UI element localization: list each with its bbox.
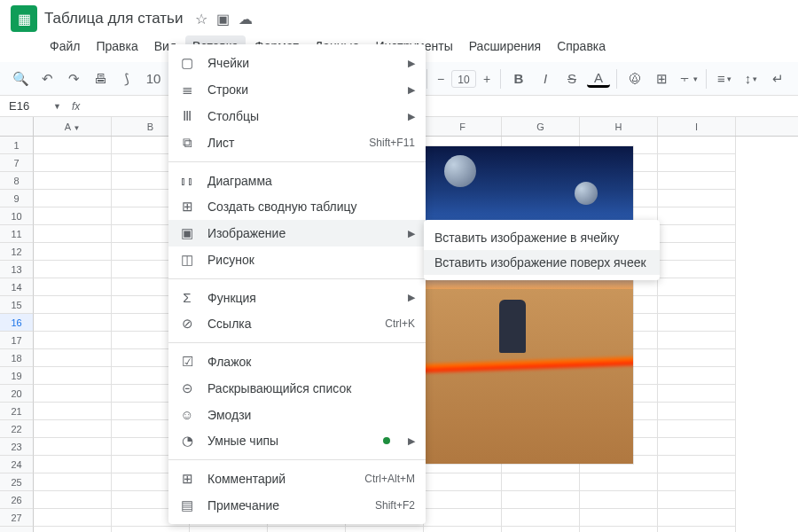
cell[interactable] — [658, 349, 736, 367]
row-header[interactable]: 1 — [0, 137, 34, 154]
text-color-icon[interactable]: A — [587, 70, 610, 88]
move-icon[interactable]: ▣ — [216, 11, 230, 27]
row-header[interactable]: 17 — [0, 332, 34, 349]
cell[interactable] — [34, 243, 112, 261]
row-header[interactable]: 25 — [0, 473, 34, 491]
cell[interactable] — [658, 261, 736, 278]
redo-icon[interactable]: ↷ — [62, 67, 85, 90]
cell[interactable] — [34, 509, 112, 527]
cell[interactable] — [658, 491, 736, 509]
cloud-icon[interactable]: ☁ — [239, 11, 253, 27]
menu-item[interactable]: ▤ПримечаниеShift+F2 — [168, 492, 426, 519]
cell[interactable] — [34, 137, 112, 154]
cell[interactable] — [658, 456, 736, 473]
cell[interactable] — [34, 278, 112, 296]
cell[interactable] — [580, 473, 658, 491]
cell[interactable] — [658, 473, 736, 491]
cell[interactable] — [658, 314, 736, 332]
floating-image[interactable] — [417, 145, 634, 465]
menu-item[interactable]: ▣Изображение▶ — [168, 220, 426, 246]
row-header[interactable]: 20 — [0, 385, 34, 403]
doc-title[interactable]: Таблица для статьи — [44, 10, 183, 27]
row-header[interactable]: 21 — [0, 403, 34, 420]
cell[interactable] — [658, 509, 736, 527]
cell[interactable] — [34, 438, 112, 456]
cell[interactable] — [658, 385, 736, 403]
menu-файл[interactable]: Файл — [43, 35, 87, 57]
submenu-item[interactable]: Вставить изображение в ячейку — [424, 225, 660, 250]
menu-item[interactable]: ⊝Раскрывающийся список — [168, 375, 426, 402]
cell[interactable] — [346, 527, 424, 532]
menu-item[interactable]: ΣФункция▶ — [168, 285, 426, 310]
cell[interactable] — [658, 172, 736, 190]
cell[interactable] — [658, 296, 736, 314]
menu-item[interactable]: ≣Строки▶ — [168, 76, 426, 103]
cell[interactable] — [34, 225, 112, 243]
cell[interactable] — [658, 438, 736, 456]
cell[interactable] — [34, 349, 112, 367]
cell[interactable] — [580, 527, 658, 532]
cell[interactable] — [424, 509, 502, 527]
bold-icon[interactable]: B — [507, 67, 530, 90]
cell[interactable] — [34, 332, 112, 349]
font-size-input[interactable]: 10 — [451, 70, 476, 88]
row-header[interactable]: 27 — [0, 509, 34, 527]
cell[interactable] — [34, 473, 112, 491]
cell[interactable] — [502, 491, 580, 509]
cell[interactable] — [190, 527, 268, 532]
cell[interactable] — [34, 314, 112, 332]
cell[interactable] — [658, 225, 736, 243]
submenu-item[interactable]: Вставить изображение поверх ячеек — [424, 250, 660, 275]
print-icon[interactable]: 🖶 — [89, 67, 112, 90]
font-size-plus[interactable]: + — [480, 72, 494, 86]
menu-справка[interactable]: Справка — [550, 35, 613, 57]
row-header[interactable]: 12 — [0, 243, 34, 261]
menu-item[interactable]: ▢Ячейки▶ — [168, 50, 426, 76]
merge-icon[interactable]: ⫟▾ — [677, 67, 700, 90]
cell[interactable] — [658, 332, 736, 349]
cell[interactable] — [34, 491, 112, 509]
cell[interactable] — [658, 420, 736, 438]
cell[interactable] — [502, 473, 580, 491]
menu-item[interactable]: ⊞КомментарийCtrl+Alt+M — [168, 466, 426, 492]
cell[interactable] — [34, 207, 112, 225]
cell[interactable] — [424, 473, 502, 491]
menu-item[interactable]: ☺Эмодзи — [168, 402, 426, 427]
row-header[interactable]: 8 — [0, 172, 34, 190]
col-header[interactable]: G — [502, 117, 580, 136]
col-header[interactable]: H — [580, 117, 658, 136]
cell[interactable] — [580, 491, 658, 509]
menu-правка[interactable]: Правка — [89, 35, 145, 57]
cell[interactable] — [34, 385, 112, 403]
cell[interactable] — [34, 296, 112, 314]
cell[interactable] — [34, 527, 112, 532]
cell[interactable] — [658, 243, 736, 261]
cell[interactable] — [580, 509, 658, 527]
row-header[interactable]: 16 — [0, 314, 34, 332]
menu-item[interactable]: ⅢСтолбцы▶ — [168, 103, 426, 129]
row-header[interactable]: 9 — [0, 190, 34, 207]
cell[interactable] — [34, 154, 112, 172]
font-size-minus[interactable]: − — [434, 72, 448, 86]
cell[interactable] — [658, 154, 736, 172]
align-icon[interactable]: ≡▾ — [713, 67, 736, 90]
valign-icon[interactable]: ↕▾ — [739, 67, 763, 90]
select-all-corner[interactable] — [0, 117, 34, 136]
cell[interactable] — [658, 207, 736, 225]
row-header[interactable]: 18 — [0, 349, 34, 367]
fill-color-icon[interactable]: 🟕 — [623, 67, 646, 90]
star-icon[interactable]: ☆ — [195, 11, 207, 27]
row-header[interactable]: 7 — [0, 154, 34, 172]
menu-расширения[interactable]: Расширения — [462, 35, 548, 57]
cell[interactable] — [658, 367, 736, 385]
row-header[interactable]: 11 — [0, 225, 34, 243]
row-header[interactable]: 14 — [0, 278, 34, 296]
cell[interactable] — [658, 137, 736, 154]
name-box[interactable]: E16 — [9, 99, 53, 113]
cell[interactable] — [34, 172, 112, 190]
cell[interactable] — [658, 527, 736, 532]
undo-icon[interactable]: ↶ — [35, 67, 59, 90]
cell[interactable] — [658, 403, 736, 420]
cell[interactable] — [112, 527, 190, 532]
row-header[interactable]: 23 — [0, 438, 34, 456]
